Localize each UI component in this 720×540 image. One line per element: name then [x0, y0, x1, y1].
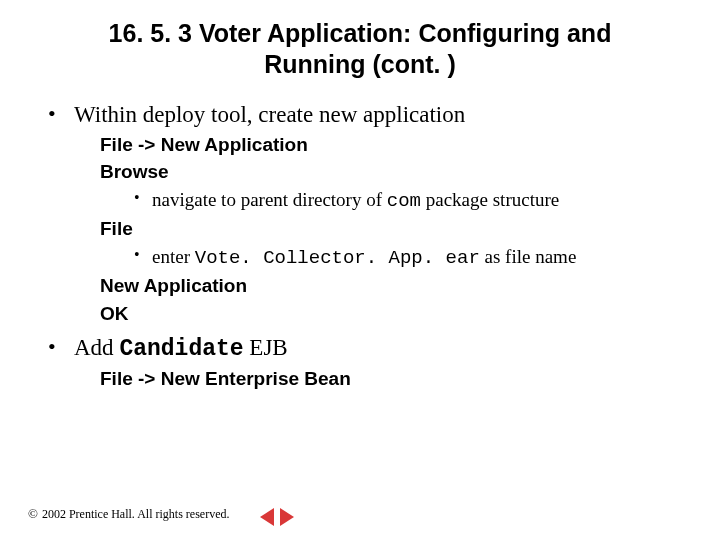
bullet-list: Within deploy tool, create new applicati…: [48, 99, 692, 393]
sub-file-new-application: File -> New Application: [100, 131, 692, 159]
sub-browse: Browse: [100, 158, 692, 186]
bullet-item-2: Add Candidate EJB File -> New Enterprise…: [48, 332, 692, 393]
bullet-1-text: Within deploy tool, create new applicati…: [74, 102, 465, 127]
title-line-1: 16. 5. 3 Voter Application: Configuring …: [109, 19, 612, 47]
sub-enter-post: as file name: [480, 246, 577, 267]
bullet-2-post: EJB: [244, 335, 288, 360]
arrow-left-icon[interactable]: [260, 508, 274, 526]
nav-arrows: [260, 508, 294, 526]
sub-list-file: enter Vote. Collector. App. ear as file …: [134, 243, 692, 273]
sub-navigate-mono: com: [387, 190, 421, 212]
slide: 16. 5. 3 Voter Application: Configuring …: [0, 0, 720, 540]
sub-enter-mono: Vote. Collector. App. ear: [195, 247, 480, 269]
sub-navigate-post: package structure: [421, 189, 559, 210]
sub-file-new-enterprise-bean: File -> New Enterprise Bean: [100, 365, 692, 393]
bullet-2-pre: Add: [74, 335, 119, 360]
bullet-2-mono: Candidate: [119, 336, 243, 362]
copyright-text: 2002 Prentice Hall. All rights reserved.: [42, 507, 230, 522]
bullet-item-1: Within deploy tool, create new applicati…: [48, 99, 692, 328]
sub-list-browse: navigate to parent directory of com pack…: [134, 186, 692, 216]
title-line-2: Running (cont. ): [264, 50, 456, 78]
sub-navigate-pre: navigate to parent directory of: [152, 189, 387, 210]
copyright-symbol: ©: [28, 506, 38, 522]
arrow-right-icon[interactable]: [280, 508, 294, 526]
sub-navigate: navigate to parent directory of com pack…: [134, 186, 692, 216]
footer-copyright: © 2002 Prentice Hall. All rights reserve…: [28, 506, 230, 522]
sub-new-application: New Application: [100, 272, 692, 300]
sub-enter: enter Vote. Collector. App. ear as file …: [134, 243, 692, 273]
slide-title: 16. 5. 3 Voter Application: Configuring …: [68, 18, 652, 81]
sub-enter-pre: enter: [152, 246, 195, 267]
sub-ok: OK: [100, 300, 692, 328]
sub-file: File: [100, 215, 692, 243]
